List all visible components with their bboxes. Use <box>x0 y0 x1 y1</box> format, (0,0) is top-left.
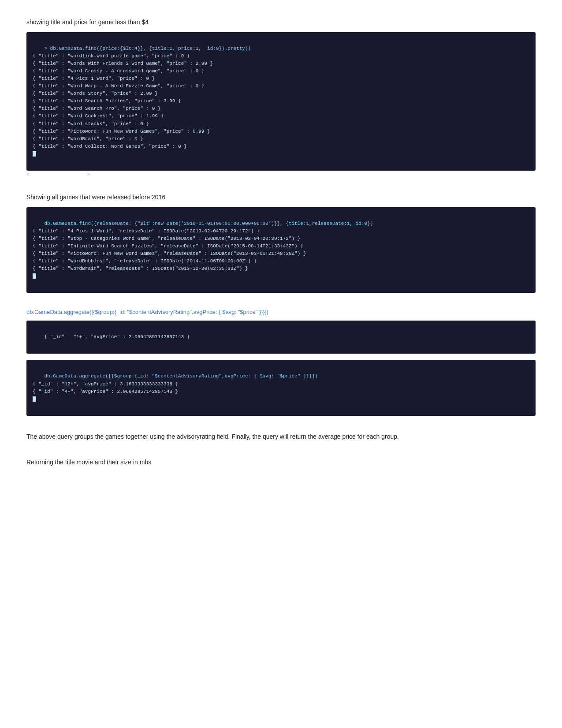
price-result-12: { "title" : "WordBrain", "price" : 0 } <box>33 136 143 142</box>
price-query-section: showing title and price for game less th… <box>26 18 536 177</box>
aggregate-code-block-2[interactable]: db.GameData.aggregate([{$group:{_id: "$c… <box>26 360 536 415</box>
date-cmd-line: db.GameData.find({releaseDate: {"$lt":ne… <box>44 221 373 226</box>
price-query-code-block[interactable]: > db.GameData.find({price:{$lt:4}}, {tit… <box>26 32 536 171</box>
price-result-7: { "title" : "Word Search Puzzles", "pric… <box>33 98 181 104</box>
aggregate-query-section: db.GameData.aggregate([{$group:{_id: "$c… <box>26 309 536 415</box>
date-query-code-block[interactable]: db.GameData.find({releaseDate: {"$lt":ne… <box>26 207 536 293</box>
price-cursor <box>33 151 36 157</box>
price-scrollbar-hint: < > <box>26 172 536 177</box>
price-result-9: { "title" : "Word Cookies!", "price" : 1… <box>33 113 164 119</box>
date-result-2: { "title" : "Stop - Categories Word Game… <box>33 236 300 241</box>
price-result-11: { "title" : "Pictoword: Fun New Word Gam… <box>33 129 210 134</box>
prose-text-2: Returning the title movie and their size… <box>26 457 536 467</box>
date-result-5: { "title" : "WordBubbles!", "releaseDate… <box>33 258 257 264</box>
price-result-1: { "title" : "wordlink-word puzzle game",… <box>33 53 190 59</box>
price-result-2: { "title" : "Words With Friends 2 Word G… <box>33 61 213 66</box>
date-query-section: Showing all games that were released bef… <box>26 193 536 293</box>
price-result-8: { "title" : "Word Search Pro", "price" :… <box>33 106 160 111</box>
prose-section-2: Returning the title movie and their size… <box>26 457 536 467</box>
price-result-13: { "title" : "Word Collect: Word Games", … <box>33 144 187 149</box>
agg-result-partial: { "_id" : "1+", "avgPrice" : 2.066428571… <box>44 334 190 340</box>
date-result-4: { "title" : "Pictoword: Fun New Word Gam… <box>33 251 306 256</box>
prose-section-1: The above query groups the games togethe… <box>26 432 536 441</box>
agg-result-1: { "_id" : "12+", "avgPrice" : 3.16333333… <box>33 381 178 387</box>
price-result-5: { "title" : "Word Warp - A Word Puzzle G… <box>33 83 204 89</box>
price-result-3: { "title" : "Word Crossy - A crossword g… <box>33 68 204 74</box>
date-result-3: { "title" : "Infinite Word Search Puzzle… <box>33 243 303 249</box>
aggregate-code-block-1[interactable]: { "_id" : "1+", "avgPrice" : 2.066428571… <box>26 321 536 354</box>
price-query-label: showing title and price for game less th… <box>26 18 536 27</box>
price-result-6: { "title" : "Words Story", "price" : 2.9… <box>33 91 158 96</box>
agg-cmd-line: db.GameData.aggregate([{$group:{_id: "$c… <box>44 373 318 379</box>
agg-result-2: { "_id" : "4+", "avgPrice" : 2.066428571… <box>33 389 178 394</box>
date-cursor <box>33 273 36 279</box>
date-query-label: Showing all games that were released bef… <box>26 193 536 202</box>
date-result-1: { "title" : "4 Pics 1 Word", "releaseDat… <box>33 228 260 234</box>
agg-cursor <box>33 396 36 402</box>
aggregate-link[interactable]: db.GameData.aggregate([{$group:{_id: "$c… <box>26 309 536 315</box>
price-result-10: { "title" : "word stacks", "price" : 0 } <box>33 121 149 127</box>
price-result-4: { "title" : "4 Pics 1 Word", "price" : 0… <box>33 76 155 81</box>
price-cmd-line: > db.GameData.find({price:{$lt:4}}, {tit… <box>44 46 251 51</box>
date-result-6: { "title" : "WordBrain", "releaseDate" :… <box>33 266 248 271</box>
prose-text-1: The above query groups the games togethe… <box>26 432 536 441</box>
